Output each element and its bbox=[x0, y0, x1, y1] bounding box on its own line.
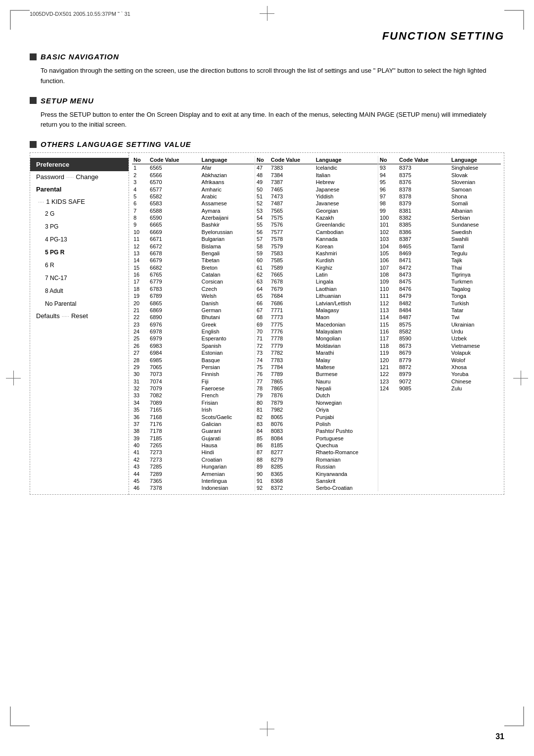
table-row: 868185Quechua bbox=[255, 442, 378, 449]
table-row: 427273Croatian bbox=[132, 456, 255, 463]
table-row: 1068471Tajik bbox=[378, 257, 501, 264]
lang-col-3: No Code Value Language 938373Singhalese9… bbox=[378, 156, 501, 491]
sidebar-parental-1[interactable]: ···· 1 KIDS SAFE bbox=[30, 196, 129, 207]
table-row: 1008382Serbian bbox=[378, 214, 501, 221]
table-row: 537565Georgian bbox=[255, 207, 378, 214]
others-lang-section: Others Language Setting Value Preference… bbox=[30, 140, 504, 495]
sidebar-item-parental-label[interactable]: Parental bbox=[30, 183, 129, 196]
table-row: 807879Norwegian bbox=[255, 399, 378, 406]
table-row: 958376Slovenian bbox=[378, 179, 501, 186]
sidebar-item-password[interactable]: Password ····· Change bbox=[30, 171, 129, 183]
sidebar-parental-no[interactable]: No Parental bbox=[30, 297, 129, 310]
basic-navigation-body: To navigation through the setting on the… bbox=[41, 66, 504, 87]
table-row: 787865Nepali bbox=[255, 385, 378, 392]
table-row: 667686Latvian/Lettish bbox=[255, 299, 378, 306]
table-row: 848083Pashto/ Pushto bbox=[255, 427, 378, 434]
col1-no-header: No bbox=[132, 156, 148, 164]
table-row: 637678Lingala bbox=[255, 278, 378, 285]
table-row: 627665Latin bbox=[255, 271, 378, 278]
table-row: 1138484Tatar bbox=[378, 307, 501, 314]
col1-lang-header: Language bbox=[200, 156, 255, 164]
sidebar-parental-5[interactable]: 5 PG R bbox=[30, 246, 129, 259]
table-row: 327079Faeroese bbox=[132, 385, 255, 392]
col1-code-header: Code Value bbox=[148, 156, 200, 164]
others-lang-icon bbox=[30, 141, 37, 148]
table-row: 527487Javanese bbox=[255, 200, 378, 207]
table-row: 467378Indonesian bbox=[132, 484, 255, 491]
sidebar-parental-6[interactable]: 6 R bbox=[30, 259, 129, 272]
table-row: 1148487Twi bbox=[378, 314, 501, 321]
table-row: 246978English bbox=[132, 328, 255, 335]
table-row: 587579Korean bbox=[255, 242, 378, 249]
col3-code-header: Code Value bbox=[398, 156, 449, 164]
sidebar-parental-8[interactable]: 8 Adult bbox=[30, 284, 129, 297]
lang-body: Preference Password ····· Change Parenta… bbox=[30, 152, 504, 495]
page-title: FUNCTION SETTING bbox=[30, 30, 504, 43]
table-row: 697775Macedonian bbox=[255, 321, 378, 328]
basic-navigation-icon bbox=[30, 53, 37, 60]
table-row: 617589Kirghiz bbox=[255, 264, 378, 271]
sidebar-item-defaults[interactable]: Defaults ····· Reset bbox=[30, 310, 129, 322]
sidebar-parental-dots-1: ···· bbox=[38, 199, 44, 205]
table-row: 878277Rhaeto-Romance bbox=[255, 449, 378, 456]
table-row: 1118479Tonga bbox=[378, 292, 501, 299]
others-lang-header: Others Language Setting Value bbox=[30, 140, 504, 148]
sidebar-parental-2[interactable]: 2 G bbox=[30, 207, 129, 220]
sidebar-parental-4[interactable]: 4 PG-13 bbox=[30, 233, 129, 246]
table-row: 717778Mongolian bbox=[255, 335, 378, 342]
table-row: 928372Serbo-Croatian bbox=[255, 484, 378, 491]
table-row: 757784Maltese bbox=[255, 364, 378, 371]
table-row: 1058469Tegulu bbox=[378, 250, 501, 257]
table-row: 767789Burmese bbox=[255, 371, 378, 378]
table-row: 557576Greenlandic bbox=[255, 221, 378, 228]
language-table-area: No Code Value Language 16565Afar26566Abk… bbox=[129, 152, 504, 495]
table-row: 136678Bengali bbox=[132, 250, 255, 257]
corner-decoration-tl bbox=[10, 10, 30, 30]
table-row: 988379Somali bbox=[378, 200, 501, 207]
table-row: 858084Portuguese bbox=[255, 434, 378, 441]
table-row: 968378Samoan bbox=[378, 186, 501, 192]
table-row: 477383Icelandic bbox=[255, 164, 378, 172]
table-row: 76588Aymara bbox=[132, 207, 255, 214]
table-row: 16565Afar bbox=[132, 164, 255, 172]
sidebar-item-preference[interactable]: Preference bbox=[30, 158, 129, 171]
table-row: 457365Interlingua bbox=[132, 477, 255, 484]
table-row: 86590Azerbaijani bbox=[132, 214, 255, 221]
table-row: 56582Arabic bbox=[132, 193, 255, 200]
table-row: 597583Kashmiri bbox=[255, 250, 378, 257]
setup-menu-header: SETUP MENU bbox=[30, 96, 504, 105]
col3-lang-header: Language bbox=[450, 156, 501, 164]
table-row: 497387Hebrew bbox=[255, 179, 378, 186]
table-row: 1198679Volapuk bbox=[378, 349, 501, 356]
table-row: 1048465Tamil bbox=[378, 242, 501, 249]
table-row: 647679Laothian bbox=[255, 285, 378, 292]
table-row: 186783Czech bbox=[132, 285, 255, 292]
table-row: 888279Romanian bbox=[255, 456, 378, 463]
table-row: 1038387Swahili bbox=[378, 236, 501, 242]
sidebar-password-dots: ····· bbox=[66, 174, 74, 180]
others-lang-title: Others Language Setting Value bbox=[41, 140, 191, 148]
table-row: 607585Kurdish bbox=[255, 257, 378, 264]
sidebar-parental-3[interactable]: 3 PG bbox=[30, 220, 129, 233]
table-row: 1108476Tagalog bbox=[378, 285, 501, 292]
table-row: 1028386Swedish bbox=[378, 229, 501, 236]
sidebar-parental-7[interactable]: 7 NC-17 bbox=[30, 272, 129, 284]
col2-no-header: No bbox=[255, 156, 269, 164]
sidebar: Preference Password ····· Change Parenta… bbox=[30, 152, 129, 495]
crosshair-left-icon bbox=[6, 371, 21, 385]
table-row: 677771Malagasy bbox=[255, 307, 378, 314]
setup-menu-title: SETUP MENU bbox=[41, 96, 94, 105]
col3-no-header: No bbox=[378, 156, 398, 164]
table-row: 126672Bislama bbox=[132, 242, 255, 249]
lang-col-1: No Code Value Language 16565Afar26566Abk… bbox=[132, 156, 255, 491]
sidebar-parental-value-1: 1 KIDS SAFE bbox=[46, 198, 85, 205]
setup-menu-icon bbox=[30, 97, 37, 104]
table-row: 397185Gujarati bbox=[132, 434, 255, 441]
table-row: 166765Catalan bbox=[132, 271, 255, 278]
table-row: 838076Polish bbox=[255, 421, 378, 427]
table-row: 978378Shona bbox=[378, 193, 501, 200]
table-row: 577578Kannada bbox=[255, 236, 378, 242]
col2-code-header: Code Value bbox=[269, 156, 314, 164]
table-row: 216869German bbox=[132, 307, 255, 314]
table-row: 567577Cambodian bbox=[255, 229, 378, 236]
